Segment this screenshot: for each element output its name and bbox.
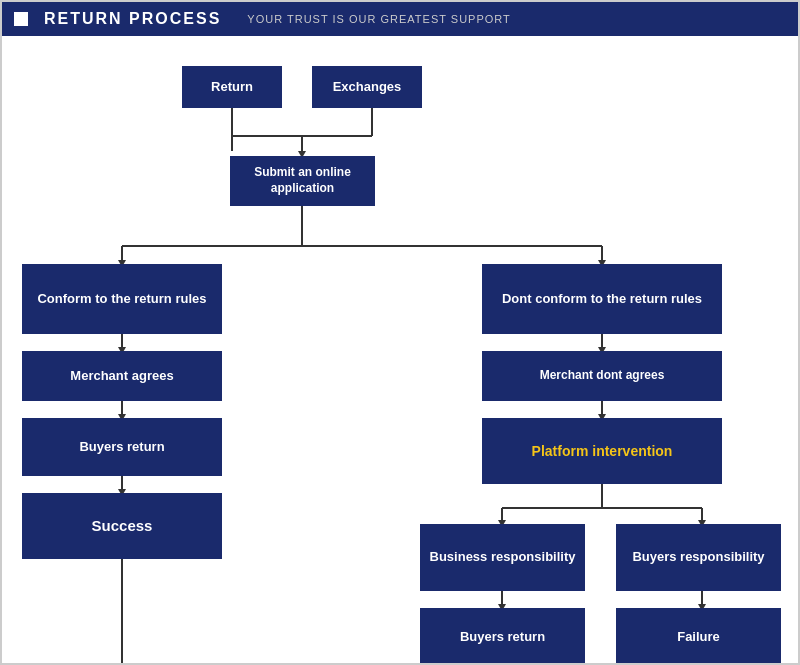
platform-box: Platform intervention bbox=[482, 418, 722, 484]
buyers-resp-box: Buyers responsibility bbox=[616, 524, 781, 591]
submit-box: Submit an online application bbox=[230, 156, 375, 206]
conform-box: Conform to the return rules bbox=[22, 264, 222, 334]
failure-box: Failure bbox=[616, 608, 781, 663]
business-resp-box: Business responsibility bbox=[420, 524, 585, 591]
header-subtitle: YOUR TRUST IS OUR GREATEST SUPPORT bbox=[247, 13, 510, 25]
diagram-area: Return Exchanges Submit an online applic… bbox=[2, 36, 798, 663]
header-icon bbox=[14, 12, 28, 26]
buyers-return-right-box: Buyers return bbox=[420, 608, 585, 663]
dont-conform-box: Dont conform to the return rules bbox=[482, 264, 722, 334]
header-title: RETURN PROCESS bbox=[44, 10, 221, 28]
exchanges-box: Exchanges bbox=[312, 66, 422, 108]
return-box: Return bbox=[182, 66, 282, 108]
merchant-agrees-box: Merchant agrees bbox=[22, 351, 222, 401]
success-box: Success bbox=[22, 493, 222, 559]
buyers-return-left-box: Buyers return bbox=[22, 418, 222, 476]
page-wrapper: RETURN PROCESS YOUR TRUST IS OUR GREATES… bbox=[0, 0, 800, 665]
header: RETURN PROCESS YOUR TRUST IS OUR GREATES… bbox=[2, 2, 798, 36]
merchant-dont-box: Merchant dont agrees bbox=[482, 351, 722, 401]
